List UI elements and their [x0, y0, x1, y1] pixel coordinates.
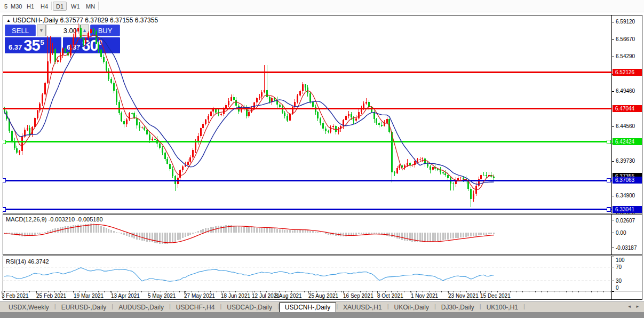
toolbar-separator — [51, 2, 52, 10]
timeframe-button-w1[interactable]: W1 — [68, 2, 83, 11]
main-price-chart[interactable] — [3, 15, 612, 214]
date-minor-tick — [123, 291, 123, 292]
rsi-label: RSI(14) 46.3742 — [6, 258, 49, 265]
price-tick-label: 6.49460 — [616, 88, 635, 94]
date-minor-tick — [129, 291, 130, 292]
tab-usdchf-h4[interactable]: USDCHF-,H4 — [171, 303, 220, 313]
price-tick-mark — [612, 22, 614, 22]
tab-uk100-h1[interactable]: UK100-,H1 — [481, 303, 523, 313]
macd-tick-mark — [612, 220, 614, 220]
date-minor-tick — [441, 291, 442, 292]
price-tick-mark — [612, 39, 614, 40]
timeframe-button-mn[interactable]: MN — [83, 2, 98, 11]
date-minor-tick — [185, 291, 186, 292]
date-minor-tick — [242, 291, 242, 292]
date-minor-tick — [454, 291, 454, 292]
tab-xauusd-h1[interactable]: XAUUSD-,H1 — [338, 303, 387, 313]
timeframe-button-h4[interactable]: H4 — [37, 2, 51, 11]
tab-scroll-left-icon[interactable]: ◂ — [628, 304, 636, 309]
date-minor-tick — [510, 291, 511, 292]
date-minor-tick — [29, 291, 30, 292]
date-minor-tick — [67, 291, 67, 292]
level-handles[interactable] — [3, 140, 611, 211]
date-minor-tick — [136, 291, 136, 292]
tab-audusd-daily[interactable]: AUDUSD-,Daily — [113, 303, 169, 313]
date-minor-tick — [229, 291, 229, 292]
price-tick-mark — [612, 196, 614, 196]
date-minor-tick — [11, 291, 11, 292]
date-minor-tick — [173, 291, 173, 292]
date-label: 16 Sep 2021 — [343, 293, 373, 299]
tab-usdcnh-daily[interactable]: USDCNH-,Daily — [279, 303, 336, 313]
tab-usdx-weekly[interactable]: USDX,Weekly — [3, 303, 54, 313]
date-minor-tick — [98, 291, 99, 292]
level-price-badge: 6.37063 — [613, 177, 642, 184]
date-minor-tick — [235, 291, 236, 292]
date-minor-tick — [23, 291, 23, 292]
date-label: 18 Jun 2021 — [221, 293, 250, 299]
date-minor-tick — [291, 291, 292, 292]
date-minor-tick — [79, 291, 79, 292]
rsi-tick-mark — [612, 267, 614, 267]
date-label: 19 Mar 2021 — [74, 293, 104, 299]
macd-tick-label: 0.00 — [616, 230, 626, 236]
price-tick-label: 6.54290 — [616, 53, 635, 59]
date-minor-tick — [298, 291, 298, 292]
date-minor-tick — [423, 291, 423, 292]
date-minor-tick — [591, 291, 592, 292]
date-label: 27 May 2021 — [184, 293, 215, 299]
date-minor-tick — [385, 291, 386, 292]
rsi-tick-label: 70 — [616, 264, 622, 270]
date-minor-tick — [85, 291, 86, 292]
date-label: 25 Feb 2021 — [36, 293, 66, 299]
date-minor-tick — [397, 291, 398, 292]
date-minor-tick — [198, 291, 198, 292]
rsi-tick-mark — [612, 291, 614, 292]
date-minor-tick — [335, 291, 336, 292]
date-minor-tick — [435, 291, 435, 292]
rsi-indicator-pane[interactable] — [3, 257, 612, 291]
date-minor-tick — [460, 291, 460, 292]
rsi-line — [4, 268, 494, 282]
date-minor-tick — [485, 291, 486, 292]
macd-tick-mark — [612, 233, 614, 233]
date-minor-tick — [491, 291, 492, 292]
date-minor-tick — [179, 291, 180, 292]
tab-separator: | — [523, 302, 525, 309]
tab-usdcad-daily[interactable]: USDCAD-,Daily — [221, 303, 277, 313]
price-tick-mark — [612, 57, 614, 57]
tab-eurusd-daily[interactable]: EURUSD-,Daily — [56, 303, 112, 313]
date-minor-tick — [92, 291, 92, 292]
rsi-tick-mark — [612, 257, 614, 257]
level-price-badge: 6.47044 — [613, 105, 642, 112]
date-minor-tick — [60, 291, 61, 292]
date-minor-tick — [4, 291, 5, 292]
rsi-tick-label: 30 — [616, 278, 622, 284]
tab-dj30-daily[interactable]: DJ30-,Daily — [436, 303, 480, 313]
date-minor-tick — [598, 291, 598, 292]
timeframe-toolbar: 5M30H1H4D1W1MN — [0, 0, 644, 12]
timeframe-button-m30[interactable]: M30 — [7, 2, 25, 11]
date-minor-tick — [473, 291, 473, 292]
date-minor-tick — [304, 291, 305, 292]
date-minor-tick — [248, 291, 248, 292]
macd-tick-label: 0.02607 — [616, 218, 635, 224]
date-minor-tick — [341, 291, 342, 292]
status-strip — [0, 312, 644, 318]
price-tick-label: 6.59120 — [616, 19, 635, 25]
timeframe-button-d1[interactable]: D1 — [53, 2, 67, 11]
level-price-badge: 6.42424 — [613, 138, 642, 145]
date-minor-tick — [17, 291, 17, 292]
date-minor-tick — [429, 291, 430, 292]
rsi-tick-label: 100 — [616, 257, 625, 263]
date-minor-tick — [391, 291, 392, 292]
date-label: 3 Feb 2021 — [2, 293, 29, 299]
date-minor-tick — [529, 291, 529, 292]
timeframe-button-h1[interactable]: H1 — [23, 2, 37, 11]
tab-ukoil-daily[interactable]: UKOil-,Daily — [389, 303, 434, 313]
level-price-badge: 6.52126 — [613, 69, 642, 76]
date-minor-tick — [416, 291, 417, 292]
date-minor-tick — [516, 291, 516, 292]
date-minor-tick — [310, 291, 311, 292]
tab-scroll-right-icon[interactable]: ▸ — [636, 304, 641, 309]
